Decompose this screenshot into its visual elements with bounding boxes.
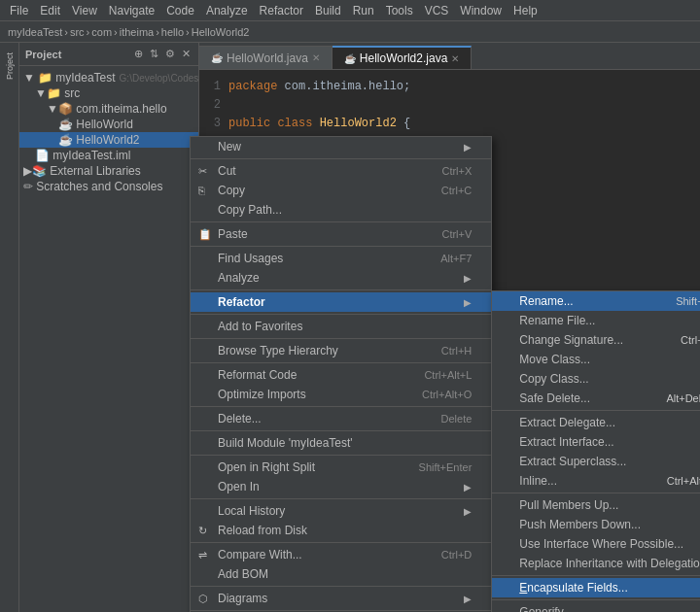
menu-item-paste[interactable]: 📋 Paste Ctrl+V	[191, 224, 491, 244]
menu-window[interactable]: Window	[454, 2, 508, 19]
breadcrumb-itheima: itheima	[120, 26, 154, 38]
menu-sep-12	[191, 542, 491, 543]
menu-item-reload-from-disk[interactable]: ↻ Reload from Disk	[191, 521, 491, 540]
menu-file[interactable]: File	[4, 2, 34, 19]
menu-item-add-favorites[interactable]: Add to Favorites	[191, 317, 491, 336]
menu-sep-5	[191, 314, 491, 315]
menu-sep-14	[191, 610, 491, 611]
menu-navigate[interactable]: Navigate	[103, 2, 160, 19]
sub-sep-4	[492, 599, 700, 600]
menu-code[interactable]: Code	[160, 2, 200, 19]
submenu-push-members-down[interactable]: Push Members Down...	[492, 515, 700, 534]
panel-icon-add[interactable]: ⊕	[132, 47, 145, 61]
submenu-extract-delegate[interactable]: Extract Delegate...	[492, 413, 700, 432]
tab-helloworld-java[interactable]: ☕ HelloWorld.java ✕	[199, 46, 332, 69]
menu-item-delete[interactable]: Delete... Delete	[191, 409, 491, 428]
menu-item-new[interactable]: New ▶	[191, 137, 491, 156]
tree-item-iml[interactable]: 📄 myIdeaTest.iml	[19, 148, 198, 163]
menu-item-find-usages[interactable]: Find Usages Alt+F7	[191, 249, 491, 268]
tab-label-helloworld2: HelloWorld2.java	[360, 51, 448, 65]
tree-item-myideatest[interactable]: ▼ 📁 myIdeaTest G:\Develop\Codes\myIdeaTe…	[19, 70, 198, 85]
menu-item-optimize-imports[interactable]: Optimize Imports Ctrl+Alt+O	[191, 385, 491, 404]
menu-item-cut[interactable]: ✂ Cut Ctrl+X	[191, 161, 491, 181]
submenu-generify[interactable]: Generify...	[492, 602, 700, 612]
menu-analyze[interactable]: Analyze	[200, 2, 254, 19]
tab-close-helloworld[interactable]: ✕	[312, 52, 320, 63]
menu-build[interactable]: Build	[309, 2, 347, 19]
menu-item-analyze[interactable]: Analyze ▶	[191, 268, 491, 288]
tree-item-package[interactable]: ▼ 📦 com.itheima.hello	[19, 101, 198, 117]
breadcrumb-com: com	[91, 26, 112, 38]
panel-icon-settings[interactable]: ⚙	[163, 47, 177, 61]
submenu-rename[interactable]: Rename... Shift+F6	[492, 291, 700, 311]
tree-icon-project: ▼	[23, 71, 35, 85]
compare-icon: ⇌	[198, 549, 207, 561]
sidebar-strip: Project	[0, 43, 19, 612]
submenu-change-signature[interactable]: Change Signature... Ctrl+F6	[492, 330, 700, 350]
menu-run[interactable]: Run	[347, 2, 380, 19]
submenu-encapsulate-fields[interactable]: Encapsulate Fields...	[492, 578, 700, 597]
menu-item-local-history[interactable]: Local History ▶	[191, 501, 491, 521]
menu-sep-8	[191, 406, 491, 407]
submenu-extract-superclass[interactable]: Extract Superclass...	[492, 452, 700, 471]
open-in-submenu-arrow: ▶	[464, 482, 472, 493]
submenu-move-class[interactable]: Move Class... F6	[492, 350, 700, 369]
tree-item-src[interactable]: ▼ 📁 src	[19, 85, 198, 101]
menu-sep-9	[191, 430, 491, 431]
tab-helloworld2-java[interactable]: ☕ HelloWorld2.java ✕	[332, 46, 472, 69]
refactor-submenu: Rename... Shift+F6 Rename File... Change…	[491, 290, 700, 612]
menu-sep-2	[191, 221, 491, 222]
submenu-inline[interactable]: Inline... Ctrl+Alt+N	[492, 471, 700, 491]
menu-edit[interactable]: Edit	[34, 2, 66, 19]
breadcrumb-src: src	[70, 26, 85, 38]
menu-item-browse-hierarchy[interactable]: Browse Type Hierarchy Ctrl+H	[191, 341, 491, 360]
tab-close-helloworld2[interactable]: ✕	[451, 53, 459, 64]
submenu-rename-file[interactable]: Rename File...	[492, 311, 700, 330]
tree-item-scratches[interactable]: ✏ Scratches and Consoles	[19, 179, 198, 194]
menu-item-compare-with[interactable]: ⇌ Compare With... Ctrl+D	[191, 545, 491, 564]
menu-vcs[interactable]: VCS	[419, 2, 455, 19]
menu-item-copy-path[interactable]: Copy Path...	[191, 200, 491, 220]
project-panel-icons: ⊕ ⇅ ⚙ ✕	[132, 47, 192, 61]
submenu-copy-class[interactable]: Copy Class... F5	[492, 369, 700, 389]
tree-icon-helloworld: ☕	[58, 118, 73, 131]
menu-item-refactor[interactable]: Refactor ▶ Rename... Shift+F6 Rename Fil…	[191, 292, 491, 312]
tab-label-helloworld: HelloWorld.java	[227, 51, 308, 65]
panel-icon-sort[interactable]: ⇅	[148, 47, 160, 61]
menu-refactor[interactable]: Refactor	[254, 2, 309, 19]
submenu-safe-delete[interactable]: Safe Delete... Alt+Delete	[492, 389, 700, 408]
diagrams-submenu-arrow: ▶	[464, 594, 472, 604]
submenu-replace-inheritance[interactable]: Replace Inheritance with Delegation...	[492, 554, 700, 573]
menu-tools[interactable]: Tools	[380, 2, 419, 19]
editor-tabs: ☕ HelloWorld.java ✕ ☕ HelloWorld2.java ✕	[199, 43, 700, 70]
tree-icon-iml: 📄	[35, 149, 50, 162]
menu-item-open-right-split[interactable]: Open in Right Split Shift+Enter	[191, 458, 491, 477]
project-panel-title: Project	[25, 49, 61, 60]
code-line-3: public class HelloWorld2 {	[228, 115, 700, 133]
tree-icon-helloworld2: ☕	[58, 133, 73, 147]
menu-item-reformat[interactable]: Reformat Code Ctrl+Alt+L	[191, 365, 491, 385]
tree-item-extlibs[interactable]: ▶ 📚 External Libraries	[19, 163, 198, 179]
menu-sep-6	[191, 338, 491, 339]
project-tab-label[interactable]: Project	[5, 52, 15, 80]
tree-icon-src: 📁	[47, 86, 61, 100]
tree-item-helloworld[interactable]: ☕ HelloWorld	[19, 117, 198, 132]
panel-icon-close[interactable]: ✕	[180, 47, 192, 61]
menu-view[interactable]: View	[66, 2, 103, 19]
menu-item-diagrams[interactable]: ⬡ Diagrams ▶	[191, 589, 491, 608]
project-panel: Project ⊕ ⇅ ⚙ ✕ ▼ 📁 myIdeaTest G:\Develo…	[19, 43, 199, 612]
menu-item-copy[interactable]: ⎘ Copy Ctrl+C	[191, 181, 491, 200]
breadcrumb-project: myIdeaTest	[8, 26, 62, 38]
submenu-use-interface[interactable]: Use Interface Where Possible...	[492, 534, 700, 554]
menu-item-open-in[interactable]: Open In ▶	[191, 477, 491, 496]
context-menu: New ▶ ✂ Cut Ctrl+X ⎘ Copy Ctrl+C Copy Pa…	[190, 136, 492, 612]
menu-sep-11	[191, 498, 491, 499]
menu-item-build-module[interactable]: Build Module 'myIdeaTest'	[191, 433, 491, 453]
tree-item-helloworld2[interactable]: ☕ HelloWorld2	[19, 132, 198, 148]
menu-item-add-bom[interactable]: Add BOM	[191, 564, 491, 584]
menu-help[interactable]: Help	[508, 2, 543, 19]
submenu-extract-interface[interactable]: Extract Interface...	[492, 432, 700, 452]
tree-icon-package: 📦	[58, 102, 73, 116]
submenu-pull-members-up[interactable]: Pull Members Up...	[492, 495, 700, 515]
refactor-submenu-arrow: ▶	[464, 297, 472, 308]
